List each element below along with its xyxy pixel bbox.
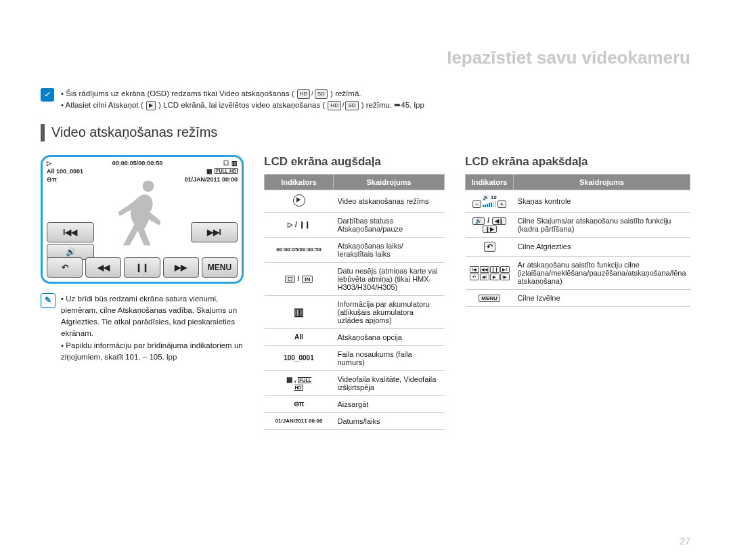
- right-r0: Skaņas kontrole: [514, 190, 690, 212]
- mid-r1: Darbības statuss Atskaņošana/pauze: [334, 212, 445, 237]
- checkmark-icon: [41, 88, 54, 102]
- time-code-icon: 00:00:05/00:00:50: [265, 237, 334, 262]
- mid-r3: Datu nesējs (atmiņas karte vai iebūvēta …: [334, 262, 445, 295]
- table-row: ▷ / ❙❙ Darbības statuss Atskaņošana/pauz…: [265, 212, 445, 237]
- mid-r2: Atskaņošanas laiks/ Ierakstītais laiks: [334, 237, 445, 262]
- top-note-text: • Šis rādījums uz ekrāna (OSD) redzams t…: [61, 88, 424, 112]
- table-row: All Atskaņošana opcija: [265, 328, 445, 345]
- right-th-ind: Indikators: [466, 174, 514, 190]
- vol-frame-tab-icon: 🔊 / ◀❙❙▶: [466, 212, 514, 237]
- mid-r4: Informācija par akumulatoru (atlikušais …: [334, 295, 445, 328]
- right-table: Indikators Skaidrojums 🔊 10 − + Skaņas k…: [465, 174, 690, 307]
- screen-time: 00:00:05/00:00:50: [112, 160, 163, 167]
- mid-r0: Video atskaņošanas režīms: [334, 190, 445, 212]
- storage-icon: ☐ / IN: [265, 262, 334, 295]
- top-note-line2c: ) režīmu. ➥45. lpp: [361, 101, 424, 109]
- mid-table: Indikators Skaidrojums Video atskaņošana…: [264, 174, 445, 430]
- table-row: ▥ Informācija par akumulatoru (atlikušai…: [265, 295, 445, 328]
- table-row: I◀◀◀❙❙▶I ↶◀I▶I▶ Ar atskaņošanu saistīto …: [466, 256, 690, 289]
- mid-r6: Faila nosaukums (faila numurs): [334, 345, 445, 370]
- right-subhead: LCD ekrāna apakšdaļa: [465, 155, 690, 169]
- top-note-line1b: ) režīmā.: [330, 89, 361, 98]
- table-row: MENU Cilne Izvēlne: [466, 289, 690, 306]
- forward-button[interactable]: ▶▶: [163, 257, 199, 278]
- filename-icon: 100_0001: [265, 345, 334, 370]
- playback-hd-sd-icon: HD/SD: [296, 89, 328, 99]
- note-text: • Uz brīdi būs redzami ekrāna satura vie…: [61, 293, 244, 364]
- screen-battery-icon: ▥: [231, 160, 238, 167]
- table-row: 00:00:05/00:00:50 Atskaņošanas laiks/ Ie…: [265, 237, 445, 262]
- note-p2: Papildu informāciju par brīdinājuma indi…: [61, 341, 243, 361]
- mid-subhead: LCD ekrāna augšdaļa: [264, 155, 445, 169]
- note-icon: ✎: [41, 293, 56, 308]
- screen-storage-icon: ☐: [223, 160, 229, 167]
- play-mode-icon: [293, 194, 305, 207]
- lcd-preview: ▷ 00:00:05/00:00:50 ☐ ▥ All 100_0001 ▦ F…: [41, 155, 244, 284]
- skip-back-button[interactable]: I◀◀: [47, 222, 94, 242]
- table-row: 01/JAN/2011 00:00 Datums/laiks: [265, 412, 445, 429]
- right-r2: Cilne Atgriezties: [514, 237, 690, 256]
- return-icon: ↶: [466, 237, 514, 256]
- table-row: ☐ / IN Datu nesējs (atmiņas karte vai ie…: [265, 262, 445, 295]
- return-button[interactable]: ↶: [47, 257, 83, 278]
- protect-icon: ⊖π: [265, 395, 334, 412]
- page-title: Iepazīstiet savu videokameru: [447, 47, 690, 68]
- screen-quality-icon: ▦: [206, 168, 213, 175]
- section-title: Video atskaņošanas režīms: [41, 124, 690, 142]
- play-option-icon: All: [265, 328, 334, 345]
- table-row: ↶ Cilne Atgriezties: [466, 237, 690, 256]
- volume-icon: 🔊 10 − +: [466, 190, 514, 212]
- table-row: 🔊 10 − + Skaņas kontrole: [466, 190, 690, 212]
- screen-protect-icon: ⊖π: [47, 176, 57, 183]
- playback-controls-icon: I◀◀◀❙❙▶I ↶◀I▶I▶: [466, 256, 514, 289]
- screen-full: FULL HD: [215, 168, 238, 174]
- table-row: 100_0001 Faila nosaukums (faila numurs): [265, 345, 445, 370]
- rewind-button[interactable]: ◀◀: [85, 257, 121, 278]
- pause-button[interactable]: ❙❙: [124, 257, 160, 278]
- screen-filename: 100_0001: [56, 168, 83, 175]
- spacer: [97, 222, 188, 241]
- right-th-exp: Skaidrojums: [514, 174, 690, 190]
- table-row: ▦ , FULLHD Videofaila kvalitāte, Videofa…: [265, 370, 445, 395]
- table-row: 🔊 / ◀❙❙▶ Cilne Skaļums/ar atskaņošanu sa…: [466, 212, 690, 237]
- menu-button[interactable]: MENU: [202, 257, 238, 278]
- mid-th-exp: Skaidrojums: [334, 174, 445, 190]
- menu-icon: MENU: [466, 289, 514, 306]
- mid-r8: Aizsargāt: [334, 395, 445, 412]
- screen-all: All: [47, 168, 55, 175]
- top-note-line2b: ) LCD ekrānā, lai izvēlētos video atskaņ…: [158, 101, 325, 109]
- mid-th-ind: Indikators: [265, 174, 334, 190]
- play-pause-icon: ▷ / ❙❙: [265, 212, 334, 237]
- quality-icon: ▦ , FULLHD: [265, 370, 334, 395]
- top-note-line2a: Atlasiet cilni Atskaņot (: [66, 101, 143, 109]
- play-tab-icon: ▶: [146, 101, 156, 110]
- mid-r7: Videofaila kvalitāte, Videofaila izšķirt…: [334, 370, 445, 395]
- screen-datetime: 01/JAN/2011 00:00: [184, 176, 238, 183]
- datetime-icon: 01/JAN/2011 00:00: [265, 412, 334, 429]
- right-r3: Ar atskaņošanu saistīto funkciju cilne (…: [514, 256, 690, 289]
- screen-play-icon: ▷: [47, 160, 51, 167]
- battery-icon: ▥: [265, 295, 334, 328]
- skip-fwd-button[interactable]: ▶▶I: [191, 222, 238, 242]
- hd-sd-icon: HD/SD: [327, 101, 359, 110]
- mid-r5: Atskaņošana opcija: [334, 328, 445, 345]
- mid-r9: Datums/laiks: [334, 412, 445, 429]
- right-r4: Cilne Izvēlne: [514, 289, 690, 306]
- right-r1: Cilne Skaļums/ar atskaņošanu saistīto fu…: [514, 212, 690, 237]
- table-row: Video atskaņošanas režīms: [265, 190, 445, 212]
- table-row: ⊖π Aizsargāt: [265, 395, 445, 412]
- page-number: 27: [680, 536, 690, 546]
- note-p1: Uz brīdi būs redzami ekrāna satura vienu…: [61, 295, 237, 338]
- top-note-line1a: Šis rādījums uz ekrāna (OSD) redzams tik…: [66, 89, 294, 98]
